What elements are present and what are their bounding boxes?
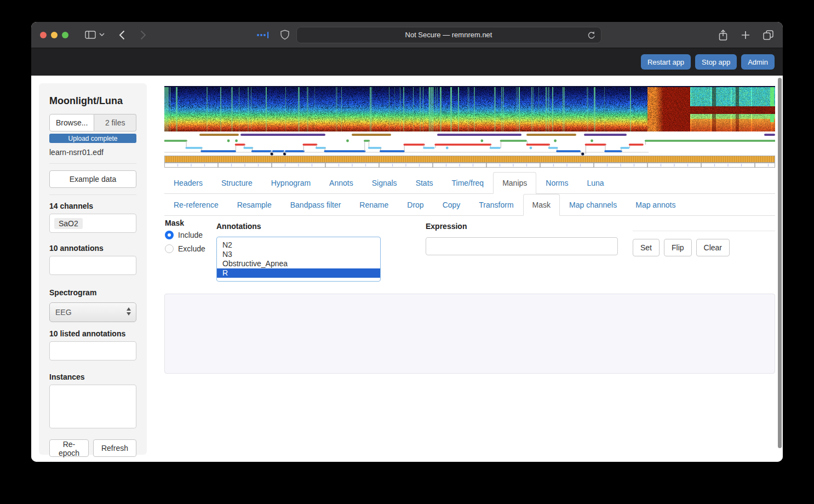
listbox-option-r-selected[interactable]: R	[217, 268, 380, 278]
annotation-bar	[240, 134, 325, 136]
subtab-drop[interactable]: Drop	[398, 194, 433, 216]
privacy-shield-icon[interactable]	[280, 30, 290, 40]
subtab-copy[interactable]: Copy	[433, 194, 470, 216]
mask-section-label: Mask	[165, 219, 184, 227]
desktop-background: Not Secure — remnrem.net Restart a	[0, 0, 814, 504]
forward-button-icon[interactable]	[140, 30, 146, 40]
tab-luna[interactable]: Luna	[578, 172, 614, 194]
browse-button[interactable]: Browse...	[49, 114, 94, 131]
browser-toolbar: Not Secure — remnrem.net	[31, 22, 783, 48]
uploaded-filename: learn-nsrr01.edf	[49, 148, 136, 157]
annotation-bar	[352, 134, 391, 136]
reepoch-button[interactable]: Re-epoch	[49, 439, 89, 457]
include-radio[interactable]: Include	[165, 231, 203, 239]
chevron-down-icon[interactable]	[99, 33, 105, 37]
tab-manips[interactable]: Manips	[493, 172, 536, 194]
annotations-listbox[interactable]: N2 N3 Obstructive_Apnea R	[216, 237, 381, 282]
clear-button[interactable]: Clear	[696, 239, 730, 256]
stop-app-button[interactable]: Stop app	[695, 54, 737, 70]
subtab-mask[interactable]: Mask	[523, 194, 560, 216]
minimize-button[interactable]	[51, 32, 58, 38]
zoom-button[interactable]	[62, 32, 68, 38]
expression-label: Expression	[426, 222, 618, 231]
back-button-icon[interactable]	[119, 30, 125, 40]
annotation-bar	[526, 134, 576, 136]
instances-label: Instances	[49, 373, 136, 381]
annotation-bar	[437, 134, 521, 136]
new-tab-icon[interactable]	[741, 30, 750, 40]
tab-norms[interactable]: Norms	[536, 172, 577, 194]
channels-select-input[interactable]: SaO2	[49, 214, 136, 233]
mask-output-panel	[164, 294, 775, 374]
sidebar: Moonlight/Luna Browse... 2 files Upload …	[39, 83, 147, 455]
divider	[633, 231, 775, 231]
upload-progress-bar: Upload complete	[49, 134, 136, 143]
annotation-bar	[584, 134, 627, 136]
channel-tag[interactable]: SaO2	[54, 218, 83, 229]
flip-button[interactable]: Flip	[664, 239, 692, 256]
subtab-transform[interactable]: Transform	[469, 194, 523, 216]
listbox-option-n2[interactable]: N2	[217, 240, 380, 250]
sidebar-toggle-icon[interactable]	[85, 30, 96, 39]
example-data-button[interactable]: Example data	[49, 170, 136, 188]
epoch-mask-band[interactable]	[164, 156, 775, 163]
radio-selected-icon[interactable]	[165, 231, 174, 239]
close-button[interactable]	[40, 32, 47, 38]
tab-structure[interactable]: Structure	[212, 172, 262, 194]
tab-headers[interactable]: Headers	[164, 172, 212, 194]
browser-window: Not Secure — remnrem.net Restart a	[31, 22, 783, 462]
reload-icon[interactable]	[587, 31, 596, 40]
file-upload-group: Browse... 2 files	[49, 114, 136, 131]
address-bar[interactable]: Not Secure — remnrem.net	[296, 27, 601, 43]
tab-stats[interactable]: Stats	[406, 172, 443, 194]
tab-overview-icon[interactable]	[763, 30, 774, 41]
main-tab-bar: Headers Structure Hypnogram Annots Signa…	[164, 172, 775, 194]
tab-timefreq[interactable]: Time/freq	[443, 172, 494, 194]
subtab-map-annots[interactable]: Map annots	[626, 194, 685, 216]
channels-count-label: 14 channels	[49, 202, 136, 210]
address-bar-text: Not Secure — remnrem.net	[405, 31, 492, 39]
instances-textarea[interactable]	[49, 385, 136, 428]
refresh-button[interactable]: Refresh	[93, 439, 136, 457]
expression-input[interactable]	[426, 237, 618, 255]
time-ruler	[164, 163, 775, 168]
spectrogram-channel-value: EEG	[55, 308, 72, 317]
annotation-bar	[199, 134, 239, 136]
page-body: Moonlight/Luna Browse... 2 files Upload …	[31, 76, 783, 462]
subtab-resample[interactable]: Resample	[228, 194, 281, 216]
listbox-option-obstructive-apnea[interactable]: Obstructive_Apnea	[217, 259, 380, 268]
share-icon[interactable]	[718, 29, 729, 41]
set-button[interactable]: Set	[633, 239, 660, 256]
tab-group-icon[interactable]	[256, 31, 269, 39]
window-controls	[40, 32, 68, 38]
tab-annots[interactable]: Annots	[320, 172, 363, 194]
annotations-list-label: Annotations	[216, 222, 381, 231]
exclude-radio[interactable]: Exclude	[165, 244, 205, 253]
divider	[49, 194, 136, 195]
radio-unselected-icon[interactable]	[165, 244, 174, 253]
eeg-spectrogram[interactable]	[164, 86, 775, 131]
spectrogram-label: Spectrogram	[49, 288, 136, 297]
subtab-rereference[interactable]: Re-reference	[164, 194, 228, 216]
hypnogram-plot[interactable]	[164, 138, 775, 156]
select-stepper-icon	[127, 307, 131, 316]
files-count-badge: 2 files	[94, 114, 136, 131]
annotation-interval-bars	[164, 131, 775, 138]
subtab-bandpass-filter[interactable]: Bandpass filter	[281, 194, 351, 216]
subtab-map-channels[interactable]: Map channels	[560, 194, 626, 216]
listbox-option-n3[interactable]: N3	[217, 250, 380, 259]
tab-signals[interactable]: Signals	[363, 172, 406, 194]
mask-panel: Mask Include Exclude Annotations N2 N3	[164, 217, 775, 284]
subtab-rename[interactable]: Rename	[350, 194, 398, 216]
manips-subtab-bar: Re-reference Resample Bandpass filter Re…	[164, 194, 775, 216]
restart-app-button[interactable]: Restart app	[641, 54, 691, 70]
app-header: Restart app Stop app Admin	[31, 48, 783, 76]
listed-annotations-label: 10 listed annotations	[49, 329, 136, 338]
admin-button[interactable]: Admin	[741, 54, 775, 70]
main-content: Headers Structure Hypnogram Annots Signa…	[164, 86, 775, 374]
tab-hypnogram[interactable]: Hypnogram	[262, 172, 320, 194]
window-scrollbar-thumb[interactable]	[778, 78, 782, 448]
listed-annotations-input[interactable]	[49, 341, 136, 360]
annotations-select-input[interactable]	[49, 256, 136, 275]
spectrogram-channel-select[interactable]: EEG	[49, 302, 136, 322]
